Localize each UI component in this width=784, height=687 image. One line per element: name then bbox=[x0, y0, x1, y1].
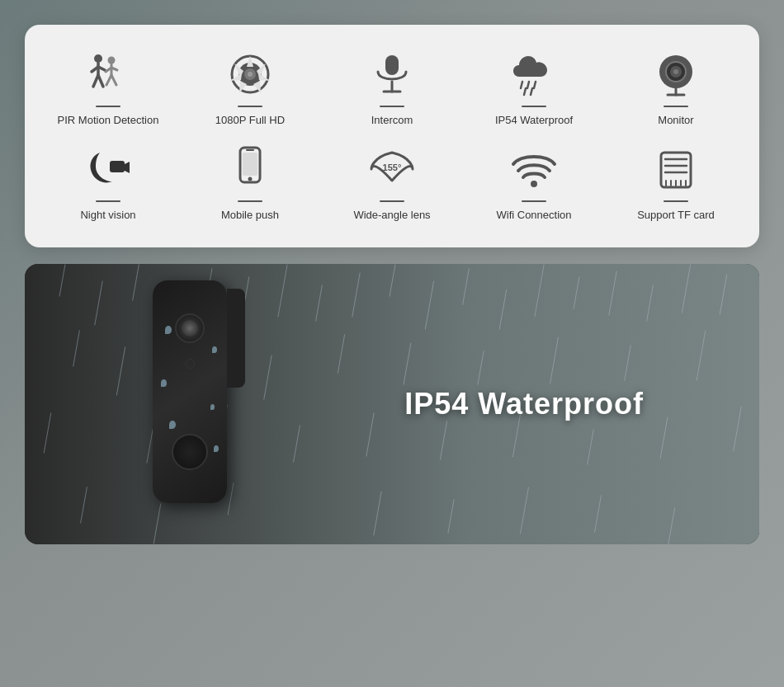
device-mount bbox=[227, 289, 245, 388]
feature-mobile-push: Mobile push bbox=[183, 144, 317, 223]
feature-night-vision: Night vision bbox=[41, 144, 175, 223]
pir-motion-icon bbox=[79, 49, 137, 99]
feature-waterproof: IP54 Waterproof bbox=[467, 49, 601, 128]
svg-line-20 bbox=[527, 82, 529, 88]
water-drop-3 bbox=[161, 379, 167, 387]
feature-full-hd: 1080P Full HD bbox=[183, 49, 317, 128]
mobile-push-icon bbox=[221, 144, 279, 194]
wide-angle-icon: 155° bbox=[363, 144, 421, 194]
device-sensor bbox=[185, 359, 195, 369]
svg-line-9 bbox=[111, 75, 116, 85]
device-illustration bbox=[132, 280, 248, 528]
pir-motion-label: PIR Motion Detection bbox=[58, 114, 159, 128]
page-wrapper: PIR Motion Detection bbox=[0, 0, 784, 561]
features-card: PIR Motion Detection bbox=[25, 25, 759, 247]
mobile-push-divider bbox=[238, 200, 262, 202]
device-lens-inner bbox=[182, 320, 198, 336]
tf-card-label: Support TF card bbox=[637, 209, 715, 223]
tf-card-divider bbox=[664, 200, 688, 202]
wide-angle-divider bbox=[380, 200, 404, 202]
monitor-label: Monitor bbox=[658, 114, 693, 128]
night-vision-label: Night vision bbox=[80, 209, 135, 223]
mobile-push-label: Mobile push bbox=[221, 209, 279, 223]
svg-line-23 bbox=[531, 88, 532, 95]
night-vision-divider bbox=[96, 200, 120, 202]
svg-rect-30 bbox=[110, 161, 125, 172]
waterproof-icon bbox=[505, 49, 563, 99]
svg-line-3 bbox=[98, 75, 103, 87]
svg-line-21 bbox=[534, 82, 536, 88]
svg-line-19 bbox=[521, 82, 522, 88]
svg-line-22 bbox=[524, 88, 526, 95]
waterproof-divider bbox=[522, 106, 546, 107]
water-drop-6 bbox=[214, 445, 219, 452]
wifi-divider bbox=[522, 200, 546, 202]
feature-tf-card: Support TF card bbox=[609, 144, 743, 223]
intercom-label: Intercom bbox=[371, 114, 413, 128]
feature-wide-angle: 155° Wide-angle lens bbox=[325, 144, 459, 223]
device-button bbox=[172, 434, 208, 470]
water-drop-4 bbox=[210, 404, 215, 410]
features-grid: PIR Motion Detection bbox=[41, 49, 743, 223]
svg-point-27 bbox=[673, 69, 678, 74]
monitor-divider bbox=[664, 106, 688, 107]
water-drop-5 bbox=[169, 421, 176, 429]
svg-line-8 bbox=[106, 75, 111, 85]
feature-wifi: Wifi Connection bbox=[467, 144, 601, 223]
monitor-icon bbox=[647, 49, 705, 99]
banner-text-container: IP54 Waterproof bbox=[404, 387, 644, 421]
svg-point-36 bbox=[531, 181, 537, 187]
water-drop-2 bbox=[212, 346, 217, 353]
banner-title: IP54 Waterproof bbox=[404, 387, 644, 421]
intercom-icon bbox=[363, 49, 421, 99]
device-body bbox=[153, 280, 227, 503]
feature-pir-motion: PIR Motion Detection bbox=[41, 49, 175, 128]
tf-card-icon bbox=[647, 144, 705, 194]
svg-point-15 bbox=[248, 72, 253, 77]
feature-monitor: Monitor bbox=[609, 49, 743, 128]
feature-intercom: Intercom bbox=[325, 49, 459, 128]
wide-angle-label: Wide-angle lens bbox=[353, 209, 430, 223]
svg-rect-32 bbox=[243, 153, 257, 176]
night-vision-icon bbox=[79, 144, 137, 194]
waterproof-label: IP54 Waterproof bbox=[495, 114, 573, 128]
svg-text:155°: 155° bbox=[383, 162, 402, 172]
svg-rect-16 bbox=[385, 55, 399, 75]
waterproof-banner: IP54 Waterproof bbox=[25, 264, 759, 544]
full-hd-icon bbox=[221, 49, 279, 99]
water-drop-1 bbox=[165, 326, 172, 334]
wifi-label: Wifi Connection bbox=[496, 209, 571, 223]
pir-motion-divider bbox=[96, 106, 120, 107]
full-hd-divider bbox=[238, 106, 262, 107]
full-hd-label: 1080P Full HD bbox=[215, 114, 285, 128]
svg-point-33 bbox=[248, 177, 253, 181]
intercom-divider bbox=[380, 106, 404, 107]
wifi-icon bbox=[505, 144, 563, 194]
device-lens bbox=[175, 313, 205, 343]
